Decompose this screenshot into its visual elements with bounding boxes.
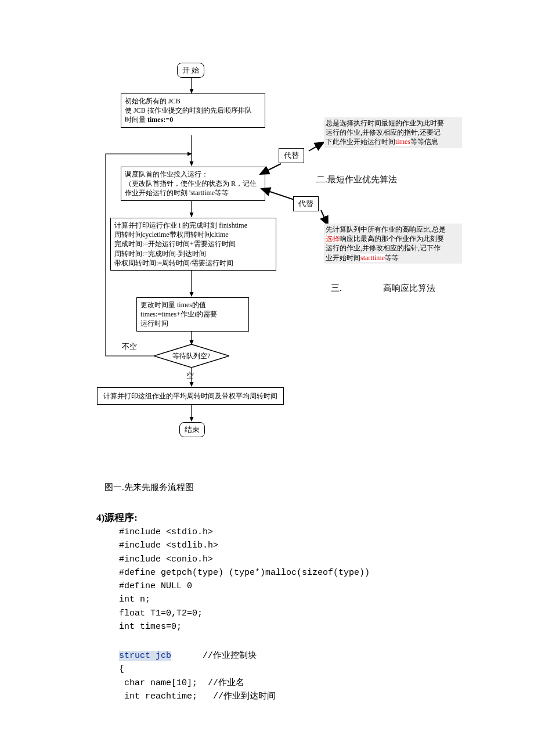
dispatch-line3: 作业开始运行的时刻 'starttime等等 (125, 188, 261, 197)
code-l4: #define getpch(type) (type*)malloc(sizeo… (119, 568, 370, 578)
code-keyword: struct jcb (119, 651, 171, 661)
code-l5: #define NULL 0 (119, 581, 192, 591)
code-l1: #include <stdio.h> (119, 527, 213, 537)
decision-no-label: 不空 (122, 341, 137, 352)
node-final: 计算并打印这组作业的平均周转时间及带权平均周转时间 (97, 387, 284, 405)
annot2-line3: 运行的作业,并修改相应的指针,记下作 (326, 243, 460, 253)
node-dispatch: 调度队首的作业投入运行： （更改队首指针，使作业的状态为 R，记住 作业开始运行… (121, 167, 265, 201)
svg-line-9 (309, 142, 324, 151)
dispatch-line1: 调度队首的作业投入运行： (125, 170, 261, 179)
calc-line4: 周转时间:=完成时间-到达时间 (114, 249, 272, 258)
annot2-line2: 选择响应比最高的那个作业作为此刻要 (326, 234, 460, 243)
node-calc: 计算并打印运行作业 i 的完成时刻 finishtime 周转时间cycleti… (110, 218, 276, 271)
annotation-sjf: 总是选择执行时间最短的作业为此时要 运行的作业,并修改相应的指针,还要记 下此作… (324, 117, 462, 148)
replace-box-1: 代替 (279, 148, 304, 163)
title-hrrn: 高响应比算法 (383, 283, 435, 294)
code-l12: char name[10]; //作业名 (119, 678, 244, 688)
code-block-2: struct jcb //作业控制块 { char name[10]; //作业… (119, 649, 276, 703)
node-end: 结束 (179, 422, 205, 437)
code-block-1: #include <stdio.h> #include <stdlib.h> #… (119, 525, 370, 633)
annot1-line2: 运行的作业,并修改相应的指针,还要记 (326, 128, 460, 137)
calc-line2: 周转时间cycletime带权周转时间cltime (114, 230, 272, 239)
flowchart: 开 始 初始化所有的 JCB 使 JCB 按作业提交的时刻的先后顺序排队 时间量… (93, 61, 290, 444)
annotation-hrrn: 先计算队列中所有作业的高响应比,总是 选择响应比最高的那个作业作为此刻要 运行的… (324, 224, 462, 264)
calc-line5: 带权周转时间:=周转时间/需要运行时间 (114, 258, 272, 268)
code-l13: int reachtime; //作业到达时间 (119, 692, 276, 701)
code-l8: int times=0; (119, 622, 182, 632)
code-l6: int n; (119, 595, 150, 604)
node-update: 更改时间量 times的值 times:=times+作业i的需要 运行时间 (136, 297, 249, 332)
code-l10b: //作业控制块 (171, 651, 257, 661)
node-decision: 等待队列空? (154, 344, 229, 368)
update-line1: 更改时间量 times的值 (140, 300, 245, 309)
annot1-line1: 总是选择执行时间最短的作业为此时要 (326, 118, 460, 128)
node-init: 初始化所有的 JCB 使 JCB 按作业提交的时刻的先后顺序排队 时间量 tim… (121, 93, 265, 128)
decision-label: 等待队列空? (154, 351, 229, 361)
title-sjf: 二.最短作业优先算法 (316, 174, 397, 185)
update-line3: 运行时间 (140, 319, 245, 328)
code-l3: #include <conio.h> (119, 555, 213, 564)
title-hrrn-num: 三. (331, 283, 342, 294)
code-l11: { (119, 664, 124, 674)
init-line1: 初始化所有的 JCB (125, 96, 261, 106)
code-l7: float T1=0,T2=0; (119, 609, 203, 618)
dispatch-line2: （更改队首指针，使作业的状态为 R，记住 (125, 179, 261, 188)
replace-box-2: 代替 (293, 196, 319, 211)
calc-line3: 完成时间:=开始运行时间+需要运行时间 (114, 239, 272, 249)
annot2-line1: 先计算队列中所有作业的高响应比,总是 (326, 225, 460, 234)
page-root: 开 始 初始化所有的 JCB 使 JCB 按作业提交的时刻的先后顺序排队 时间量… (0, 0, 534, 756)
init-line2: 使 JCB 按作业提交的时刻的先后顺序排队 (125, 106, 261, 115)
annot1-line3: 下此作业开始运行时间times等等信息 (326, 137, 460, 146)
update-line2: times:=times+作业i的需要 (140, 309, 245, 319)
init-line3: 时间量 times:=0 (125, 115, 261, 124)
decision-yes-label: 空 (186, 370, 194, 381)
code-l2: #include <stdlib.h> (119, 541, 218, 550)
section-header-source: 4)源程序: (96, 511, 138, 524)
annot2-line4: 业开始时间starttime等等 (326, 253, 460, 262)
figure-caption: 图一.先来先服务流程图 (104, 482, 194, 493)
node-start: 开 始 (177, 63, 204, 78)
calc-line1: 计算并打印运行作业 i 的完成时刻 finishtime (114, 221, 272, 230)
